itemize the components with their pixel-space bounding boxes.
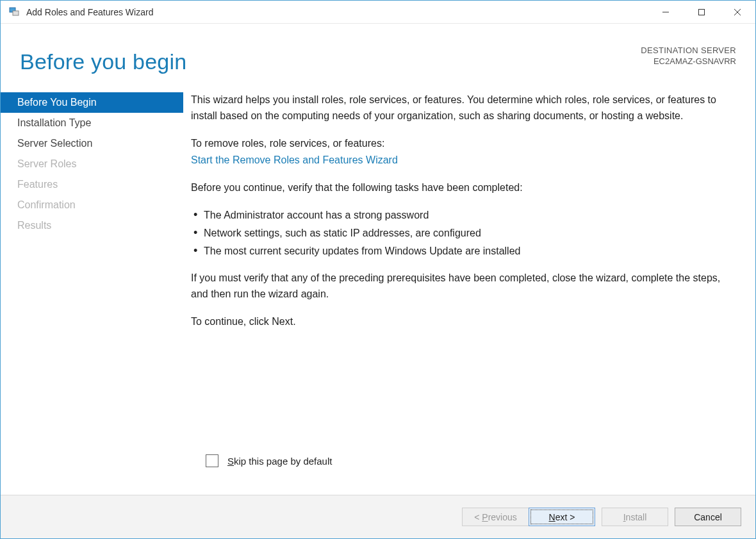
verify-lead: Before you continue, verify that the fol… xyxy=(191,180,736,196)
install-button: Install xyxy=(602,508,668,526)
page-heading: Before you begin xyxy=(20,49,186,74)
step-label: Installation Type xyxy=(17,117,91,128)
svg-rect-1 xyxy=(13,11,19,15)
window-controls xyxy=(648,1,755,23)
step-label: Server Roles xyxy=(17,158,76,169)
destination-server-label: DESTINATION SERVER xyxy=(641,46,736,55)
skip-page-row: Skip this page by default xyxy=(206,454,332,467)
step-server-roles: Server Roles xyxy=(1,154,183,174)
remove-lead: To remove roles, role services, or featu… xyxy=(191,136,736,152)
cancel-button[interactable]: Cancel xyxy=(675,508,741,526)
content-pane: This wizard helps you install roles, rol… xyxy=(183,90,755,495)
step-label: Results xyxy=(17,220,51,231)
step-label: Features xyxy=(17,179,58,190)
prerequisite-list: The Administrator account has a strong p… xyxy=(191,208,736,259)
step-label: Server Selection xyxy=(17,138,92,149)
prerequisite-item: The most current security updates from W… xyxy=(191,244,736,260)
svg-rect-3 xyxy=(699,9,705,15)
body: Before You Begin Installation Type Serve… xyxy=(1,90,755,495)
continue-note: To continue, click Next. xyxy=(191,314,736,330)
remove-roles-link[interactable]: Start the Remove Roles and Features Wiza… xyxy=(191,154,398,165)
close-button[interactable] xyxy=(719,1,755,23)
window-title: Add Roles and Features Wizard xyxy=(26,7,648,17)
server-manager-icon xyxy=(8,6,21,19)
footer-buttons: < Previous Next > Install Cancel xyxy=(1,495,755,538)
step-confirmation: Confirmation xyxy=(1,195,183,215)
header: Before you begin DESTINATION SERVER EC2A… xyxy=(1,24,755,90)
step-results: Results xyxy=(1,215,183,236)
maximize-button[interactable] xyxy=(684,1,719,23)
skip-page-label[interactable]: Skip this page by default xyxy=(227,456,332,467)
skip-page-checkbox[interactable] xyxy=(206,454,218,467)
prerequisite-item: The Administrator account has a strong p… xyxy=(191,208,736,224)
step-server-selection[interactable]: Server Selection xyxy=(1,133,183,154)
wizard-steps-sidebar: Before You Begin Installation Type Serve… xyxy=(1,90,183,495)
prerequisite-item: Network settings, such as static IP addr… xyxy=(191,226,736,242)
step-installation-type[interactable]: Installation Type xyxy=(1,113,183,133)
step-before-you-begin[interactable]: Before You Begin xyxy=(1,92,183,113)
intro-text: This wizard helps you install roles, rol… xyxy=(191,92,736,124)
destination-server-block: DESTINATION SERVER EC2AMAZ-GSNAVRR xyxy=(641,46,736,66)
wizard-window: Add Roles and Features Wizard Before you… xyxy=(0,0,756,539)
verify-note: If you must verify that any of the prece… xyxy=(191,270,736,303)
previous-button: < Previous xyxy=(462,508,529,526)
nav-button-pair: < Previous Next > xyxy=(462,508,595,526)
titlebar: Add Roles and Features Wizard xyxy=(1,1,755,24)
step-features: Features xyxy=(1,174,183,195)
destination-server-name: EC2AMAZ-GSNAVRR xyxy=(641,56,736,66)
minimize-button[interactable] xyxy=(648,1,684,23)
next-button[interactable]: Next > xyxy=(529,508,595,526)
step-label: Confirmation xyxy=(17,199,76,210)
step-label: Before You Begin xyxy=(17,97,97,108)
